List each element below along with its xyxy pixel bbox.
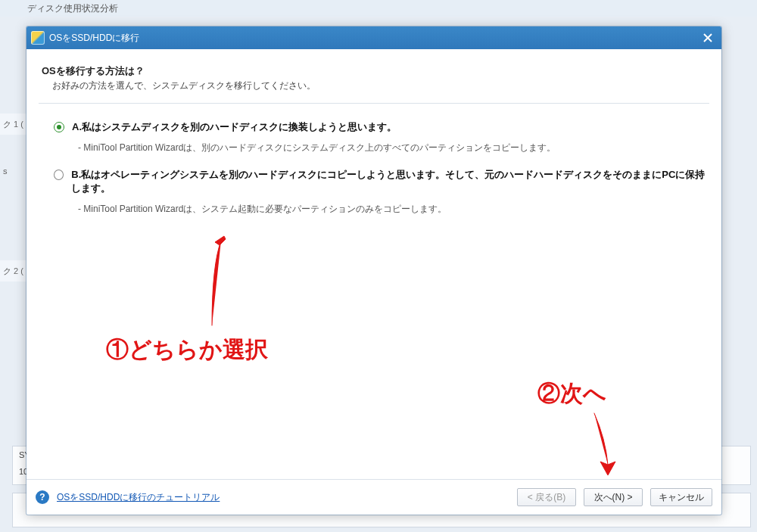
option-b[interactable]: B.私はオペレーティングシステムを別のハードディスクにコピーしようと思います。そ… (54, 168, 706, 195)
option-b-label: B.私はオペレーティングシステムを別のハードディスクにコピーしようと思います。そ… (71, 168, 706, 195)
migrate-os-wizard-dialog: OSをSSD/HDDに移行 OSを移行する方法は？ お好みの方法を選んで、システ… (26, 26, 721, 515)
option-a[interactable]: A.私はシステムディスクを別のハードディスクに換装しようと思います。 (54, 120, 706, 134)
help-icon[interactable]: ? (36, 490, 49, 504)
app-icon (31, 31, 45, 45)
dialog-title: OSをSSD/HDDに移行 (49, 32, 139, 45)
back-button[interactable]: < 戻る(B) (517, 488, 576, 506)
cancel-button[interactable]: キャンセル (650, 488, 712, 506)
radio-a[interactable] (54, 122, 64, 132)
option-a-label: A.私はシステムディスクを別のハードディスクに換装しようと思います。 (72, 120, 397, 134)
next-button[interactable]: 次へ(N) > (584, 488, 643, 506)
close-icon (703, 33, 712, 42)
page-subheading: お好みの方法を選んで、システムディスクを移行してください。 (52, 79, 706, 92)
dialog-titlebar: OSをSSD/HDDに移行 (26, 26, 721, 49)
bg-side-s: s (0, 165, 27, 177)
tutorial-link[interactable]: OSをSSD/HDDに移行のチュートリアル (57, 491, 220, 504)
divider (39, 103, 709, 104)
bg-tab-label: ディスク使用状況分析 (27, 3, 118, 14)
bg-tab: ディスク使用状況分析 (0, 0, 757, 17)
dialog-footer: ? OSをSSD/HDDに移行のチュートリアル < 戻る(B) 次へ(N) > … (26, 479, 721, 515)
close-button[interactable] (694, 26, 721, 49)
bg-disk1: ク 1 ( (0, 114, 27, 135)
option-b-desc: - MiniTool Partition Wizardは、システム起動に必要なパ… (78, 203, 706, 216)
option-a-desc: - MiniTool Partition Wizardは、別のハードディスクにシ… (78, 142, 706, 154)
bg-side: ク 1 ( s ク 2 ( (0, 68, 27, 492)
radio-b[interactable] (54, 170, 64, 180)
bg-disk2: ク 2 ( (0, 260, 27, 282)
dialog-body: OSを移行する方法は？ お好みの方法を選んで、システムディスクを移行してください… (26, 49, 721, 479)
page-heading: OSを移行する方法は？ (42, 64, 706, 78)
